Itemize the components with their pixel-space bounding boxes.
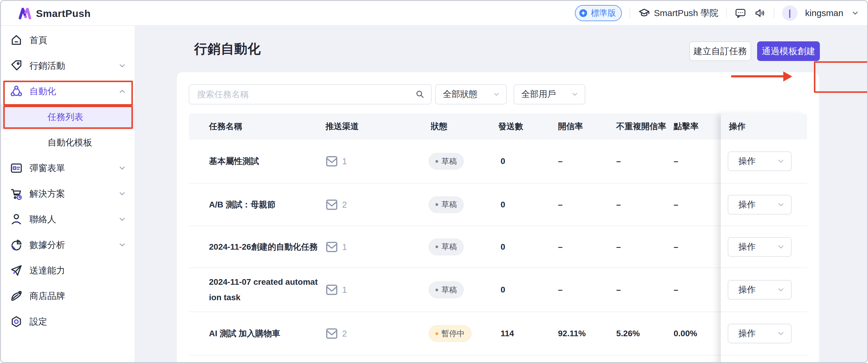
status-dot-icon [435,160,438,163]
row-action-dropdown-button[interactable]: 操作 [728,237,792,257]
academy-link[interactable]: SmartPush 學院 [638,7,718,19]
divider [629,8,630,19]
plan-badge[interactable]: 標準版 [575,5,622,21]
sidebar-item-5[interactable]: 彈窗表單 [1,155,135,181]
create-custom-task-button[interactable]: 建立自訂任務 [689,41,751,61]
column-header-1: 推送渠道 [326,121,359,132]
open-rate: 92.11% [558,329,586,338]
table-row-partial [189,356,807,363]
table-action-column: 操作 操作操作操作操作操作 [721,113,807,363]
task-name[interactable]: 2024-11-07 created automation task [209,274,319,305]
chevron-down-icon [118,215,126,223]
sidebar-item-0[interactable]: 首頁 [1,27,135,53]
chevron-down-icon [118,241,126,249]
sidebar-item-1[interactable]: 行銷活動 [1,53,135,79]
sidebar-item-label: 解決方案 [29,188,65,200]
avatar[interactable]: | [782,5,798,21]
unique-open-rate: 5.26% [616,329,640,338]
sidebar-item-label: 自動化模板 [48,137,92,149]
row-action-dropdown-button[interactable]: 操作 [728,195,792,215]
unique-open-rate: – [616,285,621,295]
chevron-down-icon [493,90,500,98]
user-filter-select[interactable]: 全部用戶 [514,84,585,105]
action-button-label: 操作 [738,328,756,339]
email-channel-icon [326,283,338,297]
sidebar-item-10[interactable]: 商店品牌 [1,283,135,309]
row-action-dropdown-button[interactable]: 操作 [728,280,792,300]
task-name[interactable]: A/B 測試：母親節 [209,197,319,213]
status-filter-select[interactable]: 全部狀態 [435,84,507,105]
action-button-label: 操作 [738,199,756,211]
user-filter-value: 全部用戶 [521,88,556,100]
column-header-0: 任務名稱 [209,121,242,132]
action-row-partial [721,356,807,363]
click-rate: 0.00% [674,329,697,338]
brand-name: SmartPush [36,8,91,19]
sidebar-item-3[interactable]: 任務列表 [1,104,135,130]
chevron-down-icon [777,200,785,209]
person-icon [10,213,23,226]
action-button-label: 操作 [738,241,756,253]
sidebar-item-8[interactable]: 數據分析 [1,232,135,258]
status-badge: 草稿 [429,239,464,255]
settings-icon [10,315,23,328]
chevron-down-icon [777,286,785,294]
sidebar-item-6[interactable]: 解決方案 [1,181,135,206]
column-header-2: 狀態 [431,121,447,132]
action-column-rows: 操作操作操作操作操作 [721,140,807,363]
sidebar-item-11[interactable]: 設定 [1,309,135,334]
table-header: 任務名稱推送渠道狀態發送數開信率不重複開信率點擊率不重複點擊率 [189,113,807,140]
table-row: 2024-11-07 created automation task1草稿0––… [189,268,807,312]
column-header-5: 不重複開信率 [616,121,666,132]
page-title: 行銷自動化 [194,40,261,58]
search-icon [415,89,425,101]
task-list-card: 全部狀態 全部用戶 任務名稱推送渠道狀態發送數開信率不重複開信率點擊率不重複點擊… [177,72,819,363]
sidebar-item-label: 送達能力 [29,264,65,277]
status-label: 草稿 [441,156,457,167]
popup-icon [10,162,23,175]
sidebar-item-7[interactable]: 聯絡人 [1,206,135,232]
chevron-down-icon [118,62,126,70]
column-header-4: 開信率 [558,121,583,132]
topbar: SmartPush 標準版 SmartPush 學院 [1,1,867,26]
action-row: 操作 [721,226,807,268]
channel-count: 1 [342,285,347,295]
table-row: AI 測試 加入購物車2暫停中11492.11%5.26%0.00%0.00% [189,312,807,356]
topbar-right: 標準版 SmartPush 學院 [575,1,859,25]
sidebar-item-9[interactable]: 送達能力 [1,258,135,283]
sidebar-item-label: 彈窗表單 [29,162,65,174]
open-rate: – [558,200,563,210]
status-label: 草稿 [441,285,457,295]
username: kingsman [805,8,843,18]
row-action-dropdown-button[interactable]: 操作 [728,151,792,171]
task-name[interactable]: 2024-11-26創建的自動化任務 [209,239,319,255]
action-row: 操作 [721,312,807,356]
channel-count: 2 [342,329,347,339]
sidebar-item-4[interactable]: 自動化模板 [1,130,135,155]
task-name[interactable]: AI 測試 加入購物車 [209,326,319,341]
sidebar-item-2[interactable]: 自動化 [1,79,135,104]
deliverability-icon [10,264,23,277]
status-dot-icon [435,332,438,335]
unique-open-rate: – [616,157,621,166]
row-action-dropdown-button[interactable]: 操作 [728,324,792,343]
unique-open-rate: – [616,200,621,210]
task-name[interactable]: 基本屬性測試 [209,153,319,169]
column-header-3: 發送數 [498,121,523,132]
action-row: 操作 [721,184,807,226]
feedback-message-icon[interactable] [735,7,746,19]
brand-icon [10,289,23,303]
user-menu-chevron-down-icon[interactable] [851,9,859,17]
create-from-template-button[interactable]: 通過模板創建 [757,41,820,61]
channel-count: 1 [342,242,347,252]
search-input[interactable] [189,84,432,105]
action-column-header: 操作 [721,113,807,140]
announcement-speaker-icon[interactable] [754,7,766,19]
status-label: 草稿 [441,199,457,210]
chevron-down-icon [777,329,785,338]
action-button-label: 操作 [738,284,756,296]
sidebar-nav: 首頁行銷活動自動化任務列表自動化模板彈窗表單解決方案聯絡人數據分析送達能力商店品… [1,26,135,362]
search-box [189,84,432,105]
avatar-glyph: | [788,8,791,18]
action-column-title: 操作 [729,121,746,132]
